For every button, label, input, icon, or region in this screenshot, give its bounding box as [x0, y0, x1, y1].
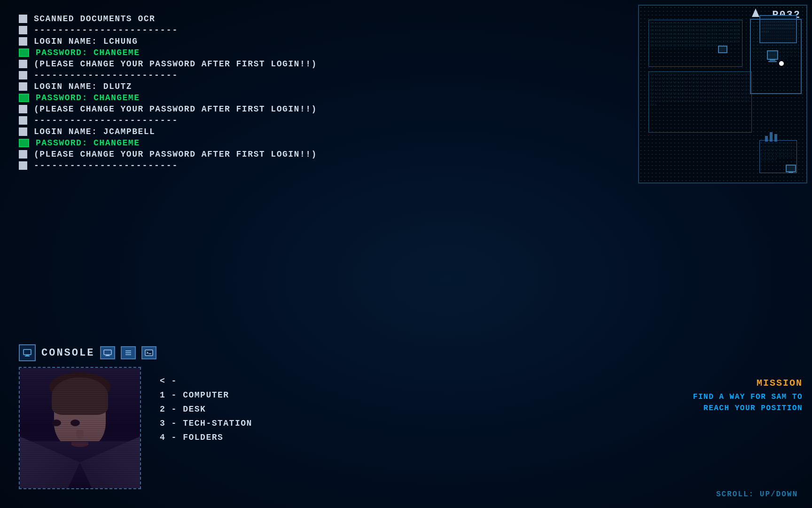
password-icon-2 [19, 94, 29, 102]
user3-login-line: LOGIN NAME: JCAMPBELL [19, 127, 489, 136]
separator-line-3: ------------------------ [19, 116, 489, 125]
checkbox-7 [19, 105, 27, 113]
doc-title-line: SCANNED DOCUMENTS OCR [19, 14, 489, 24]
separator-4: ------------------------ [34, 161, 178, 170]
user3-notice: (PLEASE CHANGE YOUR PASSWORD AFTER FIRST… [34, 150, 317, 159]
console-prompt: < - [160, 376, 489, 386]
user3-password-line: PASSWORD: CHANGEME [19, 138, 489, 148]
svg-rect-12 [770, 132, 773, 142]
console-section: CONSOLE [19, 344, 489, 489]
map-room-right: xxxxxxxxxxxxxxxxxxxxxxxxxxxxxxxxxxxxxxxx… [750, 19, 802, 94]
user1-login-line: LOGIN NAME: LCHUNG [19, 37, 489, 46]
checkbox-5 [19, 71, 27, 79]
user2-password-line: PASSWORD: CHANGEME [19, 93, 489, 103]
user1-password: PASSWORD: CHANGEME [36, 48, 140, 57]
checkbox-1 [19, 15, 27, 23]
separator-line-1: ------------------------ [19, 25, 489, 35]
minimap: R032 xxxxxxxxxxxxxxxxxxxxxxxxxxxxxxxxxxx… [638, 5, 807, 183]
user2-login: LOGIN NAME: DLUTZ [34, 82, 132, 91]
map-room-top-left: xxxxxxxxxxxxxxxxxxxxxxxxxxxxxxxxxxxxxxxx… [648, 20, 742, 67]
checkbox-11 [19, 161, 27, 170]
mission-text-line2: REACH YOUR POSITION [693, 403, 803, 414]
map-chart-icon [764, 129, 778, 145]
separator-line-2: ------------------------ [19, 71, 489, 80]
console-menu-item-1[interactable]: 1 - COMPUTER [160, 390, 489, 400]
console-menu-item-2[interactable]: 2 - DESK [160, 405, 489, 414]
console-monitor-btn[interactable] [100, 346, 115, 359]
mission-panel: MISSION FIND A WAY FOR SAM TO REACH YOUR… [693, 378, 803, 414]
checkbox-8 [19, 116, 27, 125]
map-cursor-icon [752, 8, 759, 17]
user3-password: PASSWORD: CHANGEME [36, 138, 140, 148]
user2-password: PASSWORD: CHANGEME [36, 93, 140, 103]
separator-1: ------------------------ [34, 25, 178, 35]
svg-rect-3 [104, 350, 111, 355]
console-menu: < - 1 - COMPUTER 2 - DESK 3 - TECH-STATI… [150, 367, 489, 489]
console-title: CONSOLE [41, 347, 94, 359]
checkbox-9 [19, 127, 27, 136]
mission-title: MISSION [693, 378, 803, 389]
password-icon-3 [19, 139, 29, 147]
separator-line-4: ------------------------ [19, 161, 489, 170]
checkbox-6 [19, 82, 27, 91]
separator-2: ------------------------ [34, 71, 178, 80]
svg-rect-11 [765, 136, 768, 142]
checkbox-4 [19, 60, 27, 68]
svg-rect-0 [23, 349, 31, 355]
user2-notice: (PLEASE CHANGE YOUR PASSWORD AFTER FIRST… [34, 104, 317, 114]
console-menu-item-4[interactable]: 4 - FOLDERS [160, 433, 489, 442]
user1-notice: (PLEASE CHANGE YOUR PASSWORD AFTER FIRST… [34, 59, 317, 69]
user3-notice-line: (PLEASE CHANGE YOUR PASSWORD AFTER FIRST… [19, 150, 489, 159]
map-room-mid-left: xxxxxxxxxxxxxxxxxxxxxxxxxxxxxxxxxxxxxxxx… [648, 71, 752, 133]
console-header: CONSOLE [19, 344, 489, 361]
mission-text-line1: FIND A WAY FOR SAM TO [693, 391, 803, 403]
console-menu-item-3[interactable]: 3 - TECH-STATION [160, 419, 489, 428]
user1-password-line: PASSWORD: CHANGEME [19, 48, 489, 57]
character-portrait [19, 367, 141, 489]
console-body: < - 1 - COMPUTER 2 - DESK 3 - TECH-STATI… [19, 367, 489, 489]
password-icon-1 [19, 48, 29, 57]
console-main-icon [19, 344, 36, 361]
svg-rect-13 [774, 134, 777, 142]
user1-login: LOGIN NAME: LCHUNG [34, 37, 138, 46]
checkbox-2 [19, 26, 27, 34]
doc-title: SCANNED DOCUMENTS OCR [34, 14, 155, 24]
user3-login: LOGIN NAME: JCAMPBELL [34, 127, 155, 136]
separator-3: ------------------------ [34, 116, 178, 125]
map-icon-mid-top [718, 46, 727, 53]
user1-notice-line: (PLEASE CHANGE YOUR PASSWORD AFTER FIRST… [19, 59, 489, 69]
minimap-panel: R032 xxxxxxxxxxxxxxxxxxxxxxxxxxxxxxxxxxx… [633, 0, 812, 198]
user2-login-line: LOGIN NAME: DLUTZ [19, 82, 489, 91]
scroll-hint: SCROLL: UP/DOWN [716, 490, 798, 499]
map-terminal-icon-small [786, 165, 796, 172]
user2-notice-line: (PLEASE CHANGE YOUR PASSWORD AFTER FIRST… [19, 104, 489, 114]
svg-rect-9 [145, 350, 153, 356]
checkbox-3 [19, 37, 27, 46]
console-list-btn[interactable] [121, 346, 136, 359]
checkbox-10 [19, 150, 27, 159]
console-terminal-btn[interactable] [141, 346, 156, 359]
